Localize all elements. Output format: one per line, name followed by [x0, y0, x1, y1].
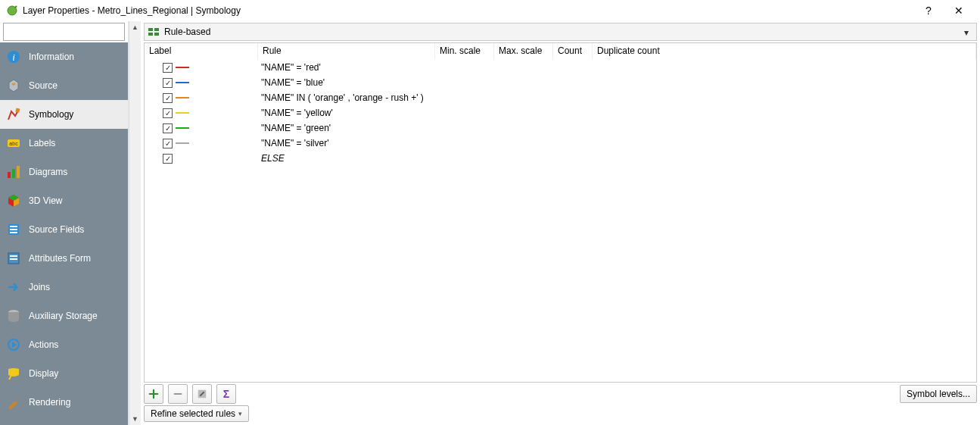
- help-button[interactable]: ?: [913, 0, 944, 21]
- add-rule-button[interactable]: [144, 384, 163, 404]
- sidebar-item-source[interactable]: Source: [0, 71, 128, 100]
- rule-row[interactable]: ✓"NAME" = 'blue': [145, 75, 976, 90]
- sidebar-item-information[interactable]: i Information: [0, 42, 128, 71]
- diagrams-icon: [6, 164, 21, 180]
- svg-rect-23: [148, 33, 153, 36]
- rule-swatch: [176, 127, 189, 129]
- col-dup[interactable]: Duplicate count: [593, 43, 976, 60]
- rule-swatch: [176, 82, 189, 83]
- sidebar: i Information Source Symbology abc Label…: [0, 42, 128, 425]
- rules-header: Label Rule Min. scale Max. scale Count D…: [145, 43, 976, 60]
- refine-label: Refine selected rules: [151, 408, 235, 419]
- rule-based-icon: [148, 26, 160, 38]
- sidebar-scrollbar[interactable]: ▲ ▼: [129, 21, 141, 425]
- rule-expression: "NAME" = 'green': [258, 123, 435, 133]
- rule-checkbox[interactable]: ✓: [163, 123, 173, 133]
- sidebar-item-label: Actions: [29, 339, 58, 350]
- rule-row[interactable]: ✓"NAME" IN ( 'orange' , 'orange - rush +…: [145, 90, 976, 105]
- rule-checkbox[interactable]: ✓: [163, 154, 173, 164]
- joins-icon: [6, 280, 21, 295]
- sidebar-item-label: Symbology: [29, 109, 73, 120]
- sidebar-item-3dview[interactable]: 3D View: [0, 186, 128, 215]
- actions-icon: [6, 337, 21, 352]
- rule-row[interactable]: ✓"NAME" = 'yellow': [145, 105, 976, 120]
- info-icon: i: [6, 49, 21, 64]
- sidebar-item-attrform[interactable]: Attributes Form: [0, 244, 128, 273]
- window-title: Layer Properties - Metro_Lines_Regional …: [23, 5, 913, 16]
- sidebar-item-labels[interactable]: abc Labels: [0, 129, 128, 158]
- rule-expression: "NAME" = 'silver': [258, 138, 435, 148]
- sidebar-item-sourcefields[interactable]: Source Fields: [0, 215, 128, 244]
- source-icon: [6, 78, 21, 93]
- rule-checkbox[interactable]: ✓: [163, 139, 173, 148]
- sidebar-item-label: Source: [29, 80, 58, 91]
- rule-swatch: [176, 142, 189, 144]
- symbology-icon: [6, 107, 21, 122]
- dropdown-icon: ▾: [964, 27, 973, 36]
- chevron-down-icon: ▾: [238, 410, 242, 417]
- search-input[interactable]: [8, 27, 122, 37]
- remove-rule-button[interactable]: [168, 384, 188, 404]
- svg-rect-16: [10, 255, 17, 257]
- rule-row[interactable]: ✓"NAME" = 'red': [145, 60, 976, 75]
- rule-checkbox[interactable]: ✓: [163, 108, 173, 118]
- col-maxscale[interactable]: Max. scale: [494, 43, 553, 60]
- sidebar-item-auxstorage[interactable]: Auxiliary Storage: [0, 302, 128, 330]
- app-icon: [6, 5, 18, 17]
- col-count[interactable]: Count: [553, 43, 593, 60]
- rules-body: ✓"NAME" = 'red'✓"NAME" = 'blue'✓"NAME" I…: [145, 60, 976, 382]
- sidebar-item-symbology[interactable]: Symbology: [0, 100, 128, 129]
- sidebar-item-joins[interactable]: Joins: [0, 273, 128, 302]
- close-button[interactable]: ✕: [944, 0, 974, 21]
- rule-checkbox[interactable]: ✓: [163, 93, 173, 103]
- rules-table: Label Rule Min. scale Max. scale Count D…: [144, 42, 977, 383]
- svg-rect-24: [154, 28, 159, 31]
- sidebar-item-label: Labels: [29, 138, 55, 148]
- rule-swatch: [176, 67, 189, 68]
- sidebar-search[interactable]: [3, 23, 125, 41]
- sidebar-item-label: Joins: [29, 282, 50, 292]
- attrform-icon: [6, 251, 21, 266]
- scroll-up-icon[interactable]: ▲: [129, 21, 142, 33]
- rule-checkbox[interactable]: ✓: [163, 78, 173, 88]
- scroll-down-icon[interactable]: ▼: [129, 413, 142, 425]
- sidebar-item-label: Attributes Form: [29, 253, 91, 264]
- 3dview-icon: [6, 193, 21, 208]
- col-label[interactable]: Label: [145, 43, 258, 60]
- col-minscale[interactable]: Min. scale: [435, 43, 494, 60]
- rule-row[interactable]: ✓"NAME" = 'green': [145, 120, 976, 136]
- sidebar-item-rendering[interactable]: Rendering: [0, 388, 128, 417]
- sidebar-item-display[interactable]: Display: [0, 359, 128, 388]
- rule-swatch: [176, 112, 189, 114]
- rule-expression: "NAME" = 'blue': [258, 77, 435, 88]
- rendering-icon: [6, 395, 21, 410]
- rule-row[interactable]: ✓"NAME" = 'silver': [145, 136, 976, 151]
- labels-icon: abc: [6, 136, 21, 151]
- svg-rect-5: [15, 108, 20, 113]
- rule-expression: "NAME" = 'red': [258, 62, 435, 73]
- rule-row[interactable]: ✓ELSE: [145, 151, 976, 166]
- svg-rect-13: [10, 229, 17, 230]
- sidebar-item-actions[interactable]: Actions: [0, 330, 128, 359]
- rule-expression: "NAME" IN ( 'orange' , 'orange - rush +'…: [258, 92, 435, 103]
- svg-text:i: i: [12, 52, 15, 63]
- svg-marker-20: [12, 342, 17, 348]
- refine-rules-button[interactable]: Refine selected rules ▾: [144, 405, 249, 422]
- renderer-selector[interactable]: Rule-based ▾: [144, 23, 977, 41]
- svg-text:abc: abc: [9, 141, 18, 146]
- sidebar-item-diagrams[interactable]: Diagrams: [0, 158, 128, 186]
- svg-rect-25: [154, 33, 159, 36]
- sourcefields-icon: [6, 222, 21, 237]
- edit-rule-button[interactable]: [192, 384, 212, 404]
- renderer-label: Rule-based: [164, 27, 960, 37]
- svg-rect-17: [10, 258, 17, 260]
- svg-rect-12: [10, 226, 17, 227]
- sidebar-item-label: Rendering: [29, 397, 70, 408]
- rules-toolbar: Σ Symbol levels...: [141, 383, 980, 405]
- count-features-button[interactable]: Σ: [216, 384, 236, 404]
- col-rule[interactable]: Rule: [258, 43, 435, 60]
- symbol-levels-button[interactable]: Symbol levels...: [900, 385, 977, 403]
- rule-checkbox[interactable]: ✓: [163, 63, 173, 73]
- svg-rect-8: [8, 172, 11, 178]
- svg-rect-14: [10, 232, 17, 233]
